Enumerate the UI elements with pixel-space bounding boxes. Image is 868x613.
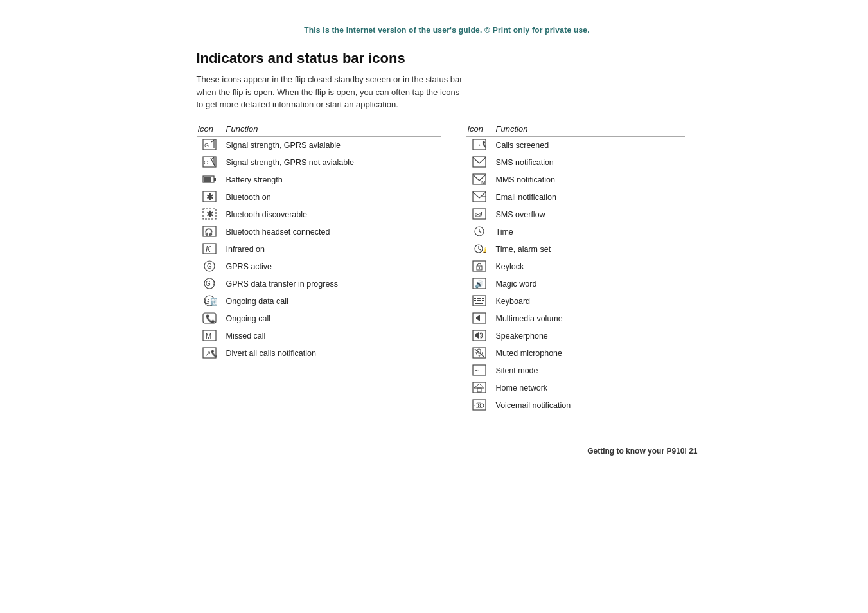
function-cell: Ongoing call — [225, 310, 441, 328]
svg-text:M: M — [481, 179, 486, 185]
table-row: G↕GPRS data transfer in progress — [197, 276, 441, 293]
function-cell: GPRS active — [225, 258, 441, 276]
icon-cell: ✱ — [197, 206, 225, 224]
svg-text:G: G — [206, 280, 211, 287]
function-cell: Divert all calls notification — [225, 345, 441, 362]
table-row: Multimedia volume — [466, 310, 685, 328]
svg-text:🔔: 🔔 — [483, 246, 486, 254]
svg-text:↕: ↕ — [212, 280, 215, 286]
table-row: 📞Ongoing call — [197, 310, 441, 328]
function-cell: Keyboard — [495, 293, 685, 310]
icon-cell: 🔔 — [466, 241, 495, 258]
svg-line-43 — [479, 249, 481, 250]
content-columns: Icon Function GSignal strength, GPRS avi… — [197, 123, 698, 414]
left-column: Icon Function GSignal strength, GPRS avi… — [197, 123, 441, 362]
svg-rect-56 — [477, 300, 479, 301]
svg-text:G🔃: G🔃 — [204, 297, 217, 306]
svg-text:G: G — [207, 263, 212, 270]
svg-text:📞: 📞 — [206, 314, 215, 323]
icon-cell — [466, 224, 495, 241]
function-cell: Keylock — [495, 258, 685, 276]
icon-cell — [466, 258, 495, 276]
left-function-col-header: Function — [225, 123, 441, 137]
function-cell: Multimedia volume — [495, 310, 685, 328]
icon-cell: G — [197, 258, 225, 276]
table-row: KInfrared on — [197, 241, 441, 258]
svg-rect-55 — [474, 300, 476, 301]
svg-line-40 — [479, 231, 481, 233]
table-row: Keylock — [466, 258, 685, 276]
function-cell: Bluetooth on — [225, 189, 441, 206]
icon-cell — [466, 310, 495, 328]
table-row: GSignal strength, GPRS not avialable — [197, 154, 441, 172]
table-row: ~Silent mode — [466, 362, 685, 380]
svg-text:K: K — [206, 245, 211, 254]
icon-cell: 🎧 — [197, 224, 225, 241]
icon-cell — [466, 293, 495, 310]
table-row: 🔔Time, alarm set — [466, 241, 685, 258]
table-row: Battery strength — [197, 172, 441, 189]
right-icon-col-header: Icon — [466, 123, 495, 137]
footer-text: Getting to know your P910i 21 — [197, 447, 698, 456]
function-cell: Silent mode — [495, 362, 685, 380]
table-row: →📞Calls screened — [466, 136, 685, 154]
function-cell: Missed call — [225, 328, 441, 345]
icon-cell — [466, 328, 495, 345]
table-row: Keyboard — [466, 293, 685, 310]
table-row: 🔊Magic word — [466, 276, 685, 293]
function-cell: Muted microphone — [495, 345, 685, 362]
svg-text:M: M — [206, 332, 211, 340]
svg-text:✉!: ✉! — [475, 211, 483, 218]
table-row: Muted microphone — [466, 345, 685, 362]
svg-rect-54 — [482, 298, 484, 299]
function-cell: Calls screened — [495, 136, 685, 154]
svg-text:G: G — [204, 142, 209, 148]
function-cell: Magic word — [495, 276, 685, 293]
table-row: Email notification — [466, 189, 685, 206]
svg-text:~: ~ — [475, 366, 479, 375]
icon-cell: G — [197, 154, 225, 172]
icon-cell: 🔊 — [466, 276, 495, 293]
function-cell: Time — [495, 224, 685, 241]
table-row: MMissed call — [197, 328, 441, 345]
icon-cell: ~ — [466, 362, 495, 380]
table-row: ✱Bluetooth discoverable — [197, 206, 441, 224]
svg-rect-53 — [479, 298, 481, 299]
intro-paragraph: These icons appear in the flip closed st… — [197, 73, 466, 111]
icon-cell: ✉ — [466, 397, 495, 414]
svg-text:→📞: →📞 — [475, 140, 486, 149]
table-row: Time — [466, 224, 685, 241]
table-row: G🔃Ongoing data call — [197, 293, 441, 310]
icon-cell — [466, 345, 495, 362]
icon-cell: K — [197, 241, 225, 258]
table-row: Speakerphone — [466, 328, 685, 345]
table-row: GSignal strength, GPRS avialable — [197, 136, 441, 154]
function-cell: SMS overflow — [495, 206, 685, 224]
icon-cell — [466, 154, 495, 172]
function-cell: Home network — [495, 380, 685, 397]
function-cell: Infrared on — [225, 241, 441, 258]
svg-point-47 — [479, 267, 480, 269]
function-cell: SMS notification — [495, 154, 685, 172]
svg-rect-58 — [482, 300, 484, 301]
svg-text:↗📞: ↗📞 — [205, 349, 217, 358]
svg-text:G: G — [204, 159, 208, 166]
table-row: 🎧Bluetooth headset connected — [197, 224, 441, 241]
page-title: Indicators and status bar icons — [197, 50, 698, 67]
icon-cell: →📞 — [466, 136, 495, 154]
svg-rect-72 — [477, 388, 481, 392]
function-cell: Battery strength — [225, 172, 441, 189]
icon-cell: G🔃 — [197, 293, 225, 310]
icon-cell — [466, 380, 495, 397]
icon-cell: 📞 — [197, 310, 225, 328]
icon-cell: M — [466, 172, 495, 189]
svg-rect-7 — [204, 177, 211, 182]
svg-rect-59 — [475, 303, 483, 304]
svg-rect-57 — [479, 300, 481, 301]
right-column: Icon Function →📞Calls screenedSMS notifi… — [466, 123, 685, 414]
svg-text:✱: ✱ — [206, 191, 214, 202]
function-cell: Email notification — [495, 189, 685, 206]
table-row: GGPRS active — [197, 258, 441, 276]
svg-rect-6 — [214, 178, 216, 181]
function-cell: Time, alarm set — [495, 241, 685, 258]
